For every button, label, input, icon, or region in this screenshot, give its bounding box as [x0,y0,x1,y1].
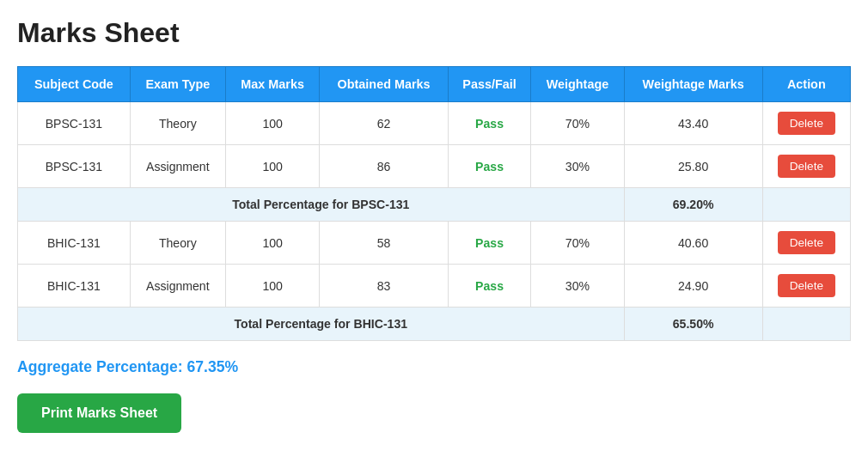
max-marks: 100 [225,102,320,145]
action-cell: Delete [762,222,850,265]
table-row: BHIC-131 Theory 100 58 Pass 70% 40.60 De… [18,222,851,265]
weightage-marks: 24.90 [624,265,762,308]
aggregate-percentage: Aggregate Percentage: 67.35% [17,358,851,376]
action-cell: Delete [762,265,850,308]
total-action-empty [762,188,850,222]
obtained-marks: 58 [320,222,448,265]
col-weightage-marks: Weightage Marks [624,67,762,102]
pass-fail: Pass [448,265,531,308]
max-marks: 100 [225,265,320,308]
table-row: BHIC-131 Assignment 100 83 Pass 30% 24.9… [18,265,851,308]
subject-code: BPSC-131 [18,145,131,188]
total-action-empty [762,308,850,341]
pass-fail: Pass [448,145,531,188]
total-value: 69.20% [624,188,762,222]
weightage-marks: 25.80 [624,145,762,188]
col-exam-type: Exam Type [130,67,225,102]
col-max-marks: Max Marks [225,67,320,102]
action-cell: Delete [762,145,850,188]
print-marks-sheet-button[interactable]: Print Marks Sheet [17,393,181,433]
obtained-marks: 62 [320,102,448,145]
col-obtained-marks: Obtained Marks [320,67,448,102]
subject-code: BHIC-131 [18,265,131,308]
weightage: 70% [531,102,624,145]
table-row: BPSC-131 Assignment 100 86 Pass 30% 25.8… [18,145,851,188]
obtained-marks: 86 [320,145,448,188]
exam-type: Theory [130,102,225,145]
delete-button[interactable]: Delete [778,231,835,254]
weightage-marks: 40.60 [624,222,762,265]
total-value: 65.50% [624,308,762,341]
pass-fail: Pass [448,102,531,145]
exam-type: Assignment [130,265,225,308]
weightage: 30% [531,145,624,188]
total-label: Total Percentage for BHIC-131 [18,308,625,341]
weightage-marks: 43.40 [624,102,762,145]
col-subject-code: Subject Code [18,67,131,102]
total-row: Total Percentage for BPSC-131 69.20% [18,188,851,222]
max-marks: 100 [225,222,320,265]
col-action: Action [762,67,850,102]
weightage: 30% [531,265,624,308]
delete-button[interactable]: Delete [778,112,835,135]
obtained-marks: 83 [320,265,448,308]
subject-code: BHIC-131 [18,222,131,265]
max-marks: 100 [225,145,320,188]
table-row: BPSC-131 Theory 100 62 Pass 70% 43.40 De… [18,102,851,145]
col-pass-fail: Pass/Fail [448,67,531,102]
marks-table: Subject Code Exam Type Max Marks Obtaine… [17,66,851,341]
delete-button[interactable]: Delete [778,155,835,178]
exam-type: Theory [130,222,225,265]
page-title: Marks Sheet [17,17,851,49]
delete-button[interactable]: Delete [778,274,835,297]
weightage: 70% [531,222,624,265]
total-row: Total Percentage for BHIC-131 65.50% [18,308,851,341]
subject-code: BPSC-131 [18,102,131,145]
total-label: Total Percentage for BPSC-131 [18,188,625,222]
col-weightage: Weightage [531,67,624,102]
pass-fail: Pass [448,222,531,265]
action-cell: Delete [762,102,850,145]
exam-type: Assignment [130,145,225,188]
